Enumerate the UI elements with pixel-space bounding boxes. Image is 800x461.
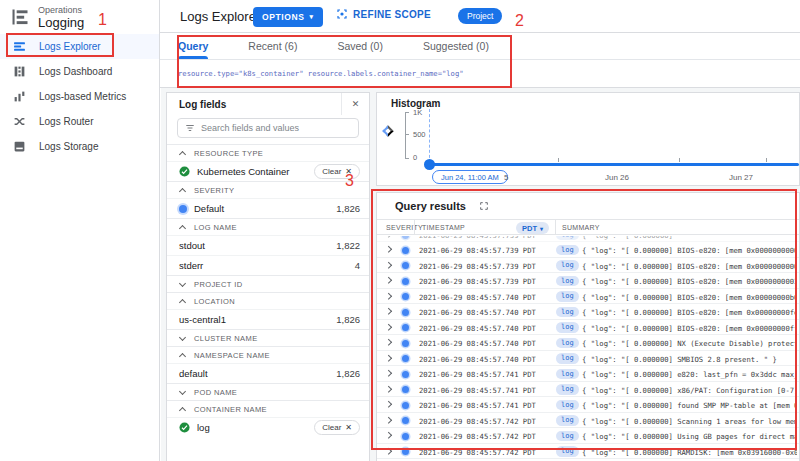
log-row[interactable]: 2021-06-29 08:45:57.742 PDTlog{ "log": "… [377, 413, 799, 429]
histogram-marker-label[interactable]: Jun 24, 11:00 AM [432, 170, 508, 184]
expand-row-icon[interactable] [385, 386, 391, 392]
field-item-stderr[interactable]: stderr4 [167, 255, 369, 275]
expand-row-icon[interactable] [385, 355, 391, 361]
log-field-chip[interactable]: log [556, 353, 579, 364]
log-row[interactable]: 2021-06-29 08:45:57.740 PDTlog{ "log": "… [377, 351, 799, 367]
log-field-chip[interactable]: log [556, 322, 579, 333]
section-header-project-id[interactable]: PROJECT ID [167, 275, 369, 292]
histogram-timeline[interactable] [430, 163, 799, 166]
field-item-stdout[interactable]: stdout1,822 [167, 235, 369, 255]
close-log-fields-button[interactable]: ✕ [341, 93, 369, 115]
query-editor[interactable]: resource.type="k8s_container" resource.l… [160, 60, 800, 88]
sidebar-item-label: Logs Storage [39, 141, 99, 152]
sidebar-item-logs-dashboard[interactable]: Logs Dashboard [0, 59, 159, 84]
log-summary: { "log": "[ 0.000000] RAMDISK: [mem 0x03… [582, 448, 797, 457]
sidebar-item-logs-router[interactable]: Logs Router [0, 109, 159, 134]
log-row[interactable]: 2021-06-29 08:45:57.739 PDTlog{ "log": "… [377, 242, 799, 258]
field-item-us-central1[interactable]: us-central11,826 [167, 309, 369, 329]
histogram-prev-button[interactable] [382, 125, 393, 136]
field-item-kubernetes-container[interactable]: Kubernetes ContainerClear✕ [167, 161, 369, 181]
expand-row-icon[interactable] [385, 448, 391, 454]
section-header-container-name[interactable]: CONTAINER NAME [167, 400, 369, 417]
field-item-default[interactable]: default1,826 [167, 363, 369, 383]
log-field-chip[interactable]: log [556, 276, 579, 287]
chevron-down-icon: ▾ [540, 225, 543, 232]
options-button[interactable]: OPTIONS ▾ [253, 7, 323, 27]
expand-row-icon[interactable] [385, 324, 391, 330]
log-field-chip[interactable]: log [556, 338, 579, 349]
sidebar-item-logs-explorer[interactable]: Logs Explorer [0, 34, 159, 59]
section-header-pod-name[interactable]: POD NAME [167, 383, 369, 400]
expand-row-icon[interactable] [385, 236, 391, 237]
histogram-marker-dot[interactable] [424, 159, 435, 170]
log-row[interactable]: 2021-06-29 08:45:57.740 PDTlog{ "log": "… [377, 289, 799, 305]
log-field-chip[interactable]: log [556, 415, 579, 426]
log-field-chip[interactable]: log [556, 291, 579, 302]
log-fields-search-input[interactable] [201, 123, 351, 133]
histogram-marker-line [429, 109, 430, 163]
chevron-up-icon [179, 225, 186, 232]
expand-row-icon[interactable] [385, 293, 391, 299]
section-header-cluster-name[interactable]: CLUSTER NAME [167, 329, 369, 346]
clear-filter-button[interactable]: Clear✕ [314, 164, 360, 179]
tab-suggested-0[interactable]: Suggested (0) [423, 33, 489, 59]
log-field-chip[interactable]: log [556, 260, 579, 271]
section-header-log-name[interactable]: LOG NAME [167, 218, 369, 235]
options-button-label: OPTIONS [262, 12, 304, 22]
expand-row-icon[interactable] [385, 246, 391, 252]
expand-row-icon[interactable] [385, 401, 391, 407]
expand-row-icon[interactable] [385, 308, 391, 314]
tab-recent-6[interactable]: Recent (6) [248, 33, 297, 59]
expand-row-icon[interactable] [385, 417, 391, 423]
log-row[interactable]: 2021-06-29 08:45:57.740 PDTlog{ "log": "… [377, 320, 799, 336]
refine-scope-button[interactable]: REFINE SCOPE [336, 8, 431, 20]
log-field-chip[interactable]: log [556, 307, 579, 318]
log-row-content: 2021-06-29 08:45:57.740 PDTlog{ "log": "… [377, 289, 799, 304]
project-scope-badge[interactable]: Project [458, 8, 502, 24]
field-item-label: Kubernetes Container [197, 166, 289, 177]
field-item-default[interactable]: Default1,826 [167, 198, 369, 218]
expand-row-icon[interactable] [385, 262, 391, 268]
log-row[interactable]: 2021-06-29 08:45:57.741 PDTlog{ "log": "… [377, 366, 799, 382]
log-field-chip[interactable]: log [556, 446, 579, 457]
log-summary: { "log": "[ 0.000000] BIOS-e820: [mem 0x… [582, 293, 797, 302]
section-header-resource-type[interactable]: RESOURCE TYPE [167, 144, 369, 161]
log-field-chip[interactable]: log [556, 236, 579, 240]
section-header-location[interactable]: LOCATION [167, 292, 369, 309]
log-field-chip[interactable]: log [556, 431, 579, 442]
column-timestamp: TIMESTAMP [422, 224, 465, 231]
close-icon: ✕ [345, 167, 352, 176]
sidebar-item-logs-based-metrics[interactable]: Logs-based Metrics [0, 84, 159, 109]
tab-query[interactable]: Query [178, 33, 208, 59]
filter-icon [185, 123, 195, 133]
section-header-severity[interactable]: SEVERITY [167, 181, 369, 198]
expand-query-results-button[interactable] [479, 201, 489, 211]
log-row[interactable]: 2021-06-29 08:45:57.739 PDTlog{ "log": "… [377, 273, 799, 289]
log-fields-search[interactable] [177, 118, 359, 138]
expand-row-icon[interactable] [385, 339, 391, 345]
log-row[interactable]: 2021-06-29 08:45:57.740 PDTlog{ "log": "… [377, 304, 799, 320]
sidebar-item-logs-storage[interactable]: Logs Storage [0, 134, 159, 159]
tab-saved-0[interactable]: Saved (0) [337, 33, 383, 59]
log-field-chip[interactable]: log [556, 369, 579, 380]
log-row[interactable]: 2021-06-29 08:45:57.741 PDTlog{ "log": "… [377, 397, 799, 413]
expand-row-icon[interactable] [385, 277, 391, 283]
chevron-down-icon: ▾ [309, 13, 313, 21]
log-row[interactable]: 2021-06-29 08:45:57.742 PDTlog{ "log": "… [377, 444, 799, 460]
log-field-chip[interactable]: log [556, 400, 579, 411]
expand-row-icon[interactable] [385, 370, 391, 376]
clear-filter-button[interactable]: Clear✕ [314, 420, 360, 435]
log-row[interactable]: 2021-06-29 08:45:57.739 PDTlog{ "log": "… [377, 258, 799, 274]
log-summary: { "log": "[ 0.000000] BIOS-e820: [mem 0x… [582, 277, 797, 286]
log-row[interactable]: 2021-06-29 08:45:57.741 PDTlog{ "log": "… [377, 382, 799, 398]
field-item-log[interactable]: logClear✕ [167, 417, 369, 437]
log-field-chip[interactable]: log [556, 245, 579, 256]
y-tick-label: 1K [413, 108, 422, 117]
log-field-chip[interactable]: log [556, 384, 579, 395]
expand-row-icon[interactable] [385, 432, 391, 438]
log-row[interactable]: 2021-06-29 08:45:57.740 PDTlog{ "log": "… [377, 335, 799, 351]
timezone-selector[interactable]: PDT ▾ [516, 222, 549, 234]
log-row[interactable]: 2021-06-29 08:45:57.742 PDTlog{ "log": "… [377, 428, 799, 444]
query-text[interactable]: resource.type="k8s_container" resource.l… [178, 69, 464, 78]
section-header-namespace-name[interactable]: NAMESPACE NAME [167, 346, 369, 363]
